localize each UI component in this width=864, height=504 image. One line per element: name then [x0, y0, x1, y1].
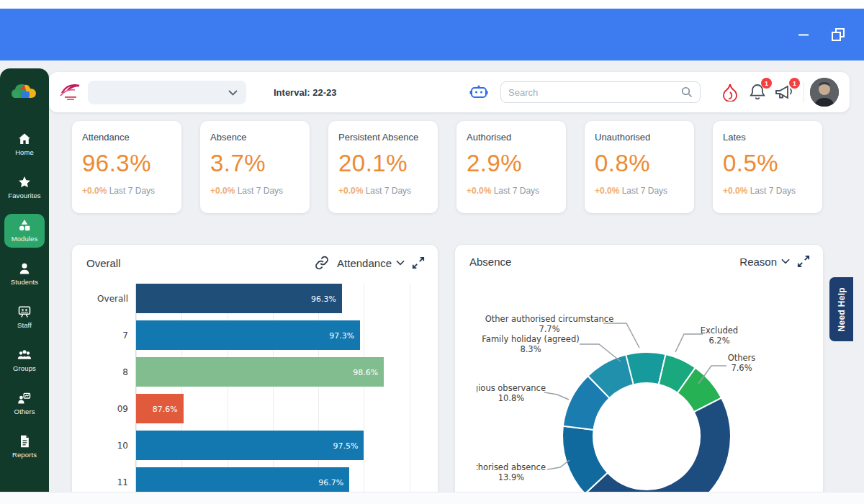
school-logo: [58, 81, 84, 103]
sidebar-item-label: Students: [11, 278, 38, 286]
donut-label-unauthorised-absence: Unauthorised absence13.9%: [477, 462, 546, 482]
restore-icon: [830, 27, 846, 42]
reason-dropdown-label: Reason: [739, 256, 777, 268]
bar-overall[interactable]: 96.3%: [136, 284, 342, 313]
stat-title: Attendance: [82, 132, 171, 143]
donut-label-pct: 6.2%: [687, 336, 752, 346]
star-icon: [17, 175, 32, 189]
stat-title: Lates: [723, 132, 812, 143]
bar-10[interactable]: 97.5%: [136, 431, 364, 460]
streak-flame-icon[interactable]: [722, 83, 738, 104]
link-icon[interactable]: [314, 255, 330, 271]
sidebar-item-label: Others: [14, 408, 35, 415]
overall-bar-chart: Overall78091011 96.3%97.3%98.6%87.6%97.5…: [72, 284, 438, 504]
user-avatar[interactable]: [810, 78, 839, 107]
interval-label: Interval: 22-23: [274, 72, 336, 112]
donut-slice-illness[interactable]: [585, 398, 730, 504]
announcement-badge: 1: [789, 78, 800, 89]
stat-card-attendance[interactable]: Attendance96.3%+0.0% Last 7 Days: [72, 121, 181, 213]
stat-value: 2.9%: [467, 150, 556, 177]
search-input[interactable]: [508, 87, 681, 98]
sidebar-item-label: Modules: [12, 235, 38, 243]
sidebar-item-others[interactable]: Others: [4, 387, 45, 420]
reason-dropdown[interactable]: Reason: [739, 256, 790, 268]
donut-label-name: Other authorised circumstance: [481, 314, 618, 324]
restore-button[interactable]: [822, 9, 854, 60]
chatbot-icon[interactable]: [469, 84, 488, 104]
absence-chart-card: Absence Reason Other authorised circumst…: [455, 245, 823, 504]
board-people-icon: [17, 305, 32, 319]
sidebar-item-favourites[interactable]: Favourites: [4, 171, 45, 204]
absence-card-title: Absence: [469, 256, 739, 268]
stat-delta: +0.0% Last 7 Days: [467, 186, 556, 196]
stat-card-authorised[interactable]: Authorised2.9%+0.0% Last 7 Days: [456, 121, 566, 213]
sidebar-nav: HomeFavouritesModulesStudentsStaffGroups…: [4, 127, 45, 473]
stat-value: 0.5%: [723, 150, 812, 177]
chevron-down-icon: [228, 90, 238, 96]
stat-card-unauthorised[interactable]: Unauthorised0.8%+0.0% Last 7 Days: [585, 121, 694, 213]
person-icon: [17, 261, 32, 276]
donut-label-excluded: Excluded6.2%: [687, 325, 752, 346]
stat-value: 3.7%: [210, 150, 300, 177]
avatar-photo: [810, 78, 839, 107]
donut-label-name: Excluded: [687, 325, 752, 336]
header-bar: Interval: 22-23: [49, 72, 850, 112]
stat-card-lates[interactable]: Lates0.5%+0.0% Last 7 Days: [713, 121, 822, 213]
overall-chart-card: Overall Attendance Overall78091011 96.3%…: [72, 245, 438, 504]
bar-8[interactable]: 98.6%: [136, 357, 384, 387]
bar-category-label: 09: [72, 394, 135, 423]
bar-value-label: 97.3%: [329, 330, 354, 340]
chevron-down-icon: [396, 260, 405, 266]
expand-icon[interactable]: [797, 255, 810, 268]
shapes-icon: [17, 218, 32, 233]
sidebar-item-home[interactable]: Home: [4, 127, 45, 161]
context-dropdown[interactable]: [88, 81, 246, 104]
bar-value-label: 98.6%: [353, 367, 378, 377]
bar-value-label: 96.7%: [318, 477, 343, 487]
sidebar-item-modules[interactable]: Modules: [4, 214, 45, 248]
donut-label-pct: 10.8%: [477, 393, 546, 403]
absence-donut-chart: Other authorised circumstance7.7%Exclude…: [455, 278, 823, 504]
sidebar-item-label: Reports: [12, 451, 37, 459]
donut-label-name: Unauthorised absence: [477, 462, 546, 472]
app-logo[interactable]: [7, 77, 42, 109]
donut-label-pct: 8.3%: [469, 344, 592, 354]
donut-label-family-holiday-agreed-: Family holiday (agreed)8.3%: [469, 334, 592, 354]
bar-value-label: 87.6%: [153, 404, 178, 413]
sidebar-item-students[interactable]: Students: [4, 257, 45, 291]
need-help-tab[interactable]: Need Help: [829, 277, 853, 341]
donut-label-pct: 7.7%: [481, 324, 618, 334]
donut-label-pct: 13.9%: [477, 472, 546, 482]
multicolor-cloud-icon: [10, 82, 39, 104]
notifications-bell[interactable]: 1: [749, 83, 766, 104]
donut-label-name: Others: [713, 353, 770, 363]
minimize-button[interactable]: [788, 9, 819, 60]
donut-label-religious-observance: Religious observance10.8%: [477, 383, 546, 403]
sidebar-item-reports[interactable]: Reports: [4, 430, 45, 464]
stat-value: 96.3%: [82, 150, 171, 177]
attendance-metric-dropdown[interactable]: Attendance: [337, 257, 405, 269]
bar-7[interactable]: 97.3%: [136, 320, 360, 350]
bar-value-label: 96.3%: [311, 294, 336, 303]
header-divider: [804, 82, 804, 102]
stats-row: Attendance96.3%+0.0% Last 7 DaysAbsence3…: [72, 121, 823, 213]
attendance-metric-label: Attendance: [337, 257, 392, 269]
stat-card-absence[interactable]: Absence3.7%+0.0% Last 7 Days: [200, 121, 310, 213]
document-icon: [18, 434, 31, 449]
bar-plot-area: 96.3%97.3%98.6%87.6%97.5%96.7%: [135, 284, 428, 504]
sidebar-item-staff[interactable]: Staff: [4, 300, 45, 334]
sidebar-item-groups[interactable]: Groups: [4, 343, 45, 377]
bar-category-label: Overall: [72, 284, 135, 313]
stat-delta: +0.0% Last 7 Days: [210, 186, 300, 196]
expand-icon[interactable]: [412, 256, 425, 269]
bar-category-axis: Overall78091011: [72, 284, 135, 504]
stat-card-persistent-absence[interactable]: Persistent Absence20.1%+0.0% Last 7 Days: [328, 121, 438, 213]
stat-delta: +0.0% Last 7 Days: [338, 186, 428, 196]
announcements-megaphone[interactable]: 1: [774, 83, 794, 104]
sidebar: HomeFavouritesModulesStudentsStaffGroups…: [0, 68, 49, 492]
stat-delta: +0.0% Last 7 Days: [723, 186, 812, 196]
bar-09[interactable]: 87.6%: [136, 394, 184, 423]
stat-title: Absence: [210, 132, 300, 143]
people-group-icon: [17, 348, 32, 362]
search-icon[interactable]: [681, 86, 693, 98]
